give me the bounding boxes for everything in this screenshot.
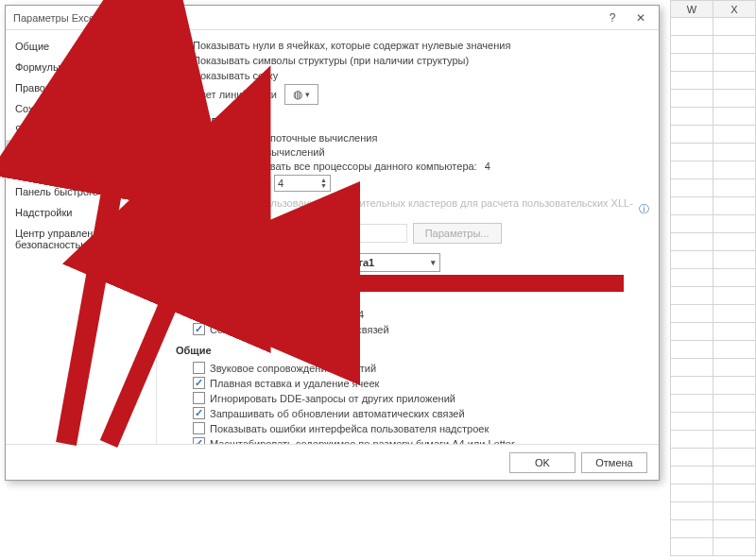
checkbox-update-links[interactable] <box>193 278 205 290</box>
label-auto-links: Запрашивать об обновлении автоматических… <box>210 408 465 419</box>
cluster-type-input <box>266 224 407 243</box>
chevron-down-icon: ▾ <box>305 90 310 99</box>
label-show-outline: Показывать символы структуры (при наличи… <box>193 55 469 66</box>
sidebar-item-proofing[interactable]: Правописание <box>6 77 156 98</box>
category-sidebar: Общие Формулы Правописание Сохранение Яз… <box>6 30 157 444</box>
cluster-params-button: Параметры... <box>413 223 502 244</box>
grid-color-picker[interactable]: ◍▾ <box>284 84 318 105</box>
dialog-titlebar: Параметры Excel ? ✕ <box>6 6 659 30</box>
label-date-1904: Использовать систему дат 1904 <box>210 309 364 320</box>
sidebar-item-formulas[interactable]: Формулы <box>6 57 156 77</box>
checkbox-set-precision[interactable] <box>193 293 205 305</box>
manual-threads-stepper[interactable]: 4▲▼ <box>274 175 331 192</box>
label-set-precision: Задать указанную точность <box>210 294 343 305</box>
workbook-name: Книга1 <box>339 257 374 268</box>
label-dde: Игнорировать DDE-запросы от других прило… <box>210 393 455 404</box>
workbook-dropdown[interactable]: x Книга1 ▾ <box>318 253 440 272</box>
label-show-gridlines: Показывать сетку <box>193 70 278 81</box>
checkbox-multithread[interactable] <box>176 131 188 144</box>
radio-manual-threads[interactable] <box>210 178 221 189</box>
checkbox-auto-links[interactable] <box>193 407 205 419</box>
checkbox-smooth[interactable] <box>193 377 205 389</box>
label-ui-errors: Показывать ошибки интерфейса пользовател… <box>210 423 489 434</box>
label-smooth: Плавная вставка и удаление ячеек <box>210 378 379 389</box>
label-save-external: Сохранять значения внешних связей <box>210 324 389 335</box>
checkbox-dde[interactable] <box>193 392 205 404</box>
sidebar-item-general[interactable]: Общие <box>6 36 156 57</box>
label-show-zeros: Показывать нули в ячейках, которые содер… <box>193 40 510 51</box>
sidebar-item-trust[interactable]: Центр управления безопасностью <box>6 223 156 255</box>
ok-button[interactable]: OK <box>509 452 576 473</box>
radio-all-processors[interactable] <box>210 161 221 172</box>
info-icon[interactable]: ⓘ <box>639 202 649 216</box>
checkbox-show-outline[interactable] <box>176 54 188 66</box>
excel-options-dialog: Параметры Excel ? ✕ Общие Формулы Правоп… <box>5 5 660 481</box>
label-thread-count: Число потоков вычислений <box>193 146 649 158</box>
section-formulas: Формулы <box>176 114 649 126</box>
close-button[interactable]: ✕ <box>627 8 655 27</box>
dialog-footer: OK Отмена <box>6 444 659 480</box>
cancel-button[interactable]: Отмена <box>581 452 647 473</box>
sidebar-item-quickaccess[interactable]: Панель быстрого доступа <box>6 181 156 202</box>
label-manual-threads: вручную <box>226 178 266 189</box>
options-content: Показывать нули в ячейках, которые содер… <box>157 30 659 444</box>
sidebar-item-advanced[interactable]: Дополнительно <box>6 140 156 161</box>
checkbox-ui-errors[interactable] <box>193 422 205 434</box>
checkbox-xll-cluster <box>176 203 188 215</box>
section-general: Общие <box>176 345 649 356</box>
label-update-links: Обновить ссылки на другие документы <box>210 279 399 290</box>
sidebar-item-language[interactable]: Язык <box>6 119 156 140</box>
label-grid-color: Цвет линий сетки <box>193 89 277 100</box>
checkbox-show-gridlines[interactable] <box>176 69 188 81</box>
paint-bucket-icon: ◍ <box>293 88 302 101</box>
column-header-x[interactable]: X <box>713 1 756 18</box>
column-header-w[interactable]: W <box>671 1 713 18</box>
label-multithread: Включить многопоточные вычисления <box>193 132 377 144</box>
help-button[interactable]: ? <box>598 8 627 27</box>
label-sound: Звуковое сопровождение событий <box>210 363 376 374</box>
sidebar-item-save[interactable]: Сохранение <box>6 98 156 119</box>
checkbox-show-zeros[interactable] <box>176 39 188 51</box>
sidebar-item-addins[interactable]: Надстройки <box>6 202 156 223</box>
label-xll-cluster: Разрешить использование вычислительных к… <box>193 197 636 220</box>
checkbox-scale-a4[interactable] <box>193 437 205 444</box>
value-cpu-count: 4 <box>485 161 490 172</box>
checkbox-save-external[interactable] <box>193 323 205 335</box>
sidebar-item-ribbon[interactable]: Настроить ленту <box>6 161 156 181</box>
label-all-processors: использовать все процессоры данного комп… <box>226 161 477 172</box>
excel-workbook-icon: x <box>322 256 335 269</box>
section-recalc: При пересчете этой книги: x Книга1 ▾ <box>176 253 649 272</box>
checkbox-date-1904[interactable] <box>193 308 205 320</box>
dialog-title: Параметры Excel <box>13 12 97 24</box>
label-cluster-type: Тип кластера: <box>193 228 260 239</box>
chevron-down-icon: ▾ <box>427 258 436 267</box>
checkbox-sound[interactable] <box>193 362 205 374</box>
